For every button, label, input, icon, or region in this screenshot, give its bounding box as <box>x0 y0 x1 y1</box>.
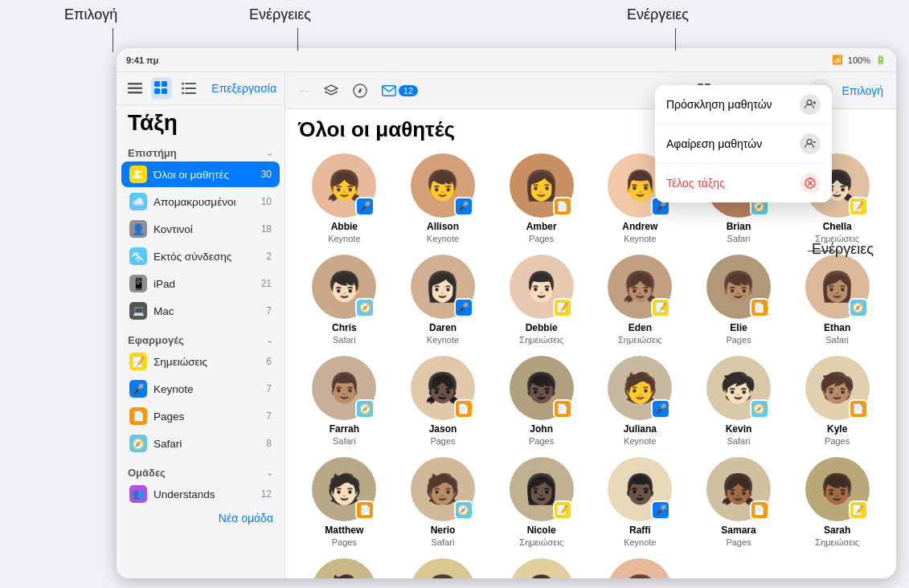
student-name: Debbie <box>526 322 558 333</box>
student-item-kyle[interactable]: 🧒🏽 📄 Kyle Pages <box>791 356 883 446</box>
avatar-wrap: 👨🏻 📝 <box>510 255 574 319</box>
student-name: Farrah <box>330 423 359 435</box>
student-app: Pages <box>529 234 554 243</box>
student-app: Pages <box>332 537 357 547</box>
avatar-wrap: 👦 🎤 <box>411 153 475 218</box>
app-badge: 📄 <box>849 399 868 419</box>
student-app: Keynote <box>624 537 656 547</box>
sidebar-toggle-button[interactable] <box>125 77 145 100</box>
svg-rect-17 <box>383 85 396 96</box>
nearby-icon: 👤 <box>129 220 147 238</box>
student-item-samara[interactable]: 👧🏾 📄 Samara Pages <box>693 457 785 547</box>
avatar-wrap: 🧒🏻 🧭 <box>706 356 771 420</box>
pages-label: Pages <box>154 410 184 423</box>
sidebar-item-offline[interactable]: Εκτός σύνδεσης 2 <box>121 243 280 269</box>
avatar-wrap: 🧑🏾 🧭 <box>312 558 376 578</box>
remote-badge: 10 <box>261 196 272 207</box>
status-icons: 📶 100% 🔋 <box>832 55 886 65</box>
svg-rect-8 <box>185 88 196 89</box>
understands-icon: 👥 <box>129 485 147 503</box>
avatar-wrap: 👧🏿 📄 <box>411 356 475 420</box>
list-view-button[interactable] <box>178 77 199 100</box>
avatar-wrap: 👧🏽 📝 <box>608 255 672 319</box>
student-app: Pages <box>529 436 554 446</box>
sidebar-item-notes[interactable]: 📝 Σημειώσεις 6 <box>121 349 280 374</box>
student-app: Keynote <box>624 234 656 243</box>
student-name: Nerio <box>431 525 456 536</box>
student-name: Brian <box>727 221 751 232</box>
student-item-ethan[interactable]: 👩🏽 🧭 Ethan Safari <box>791 255 883 345</box>
new-group-button[interactable]: Νέα ομάδα <box>117 508 285 529</box>
person-add-icon <box>800 94 821 115</box>
xmark-circle-icon <box>800 173 821 194</box>
student-app: Safari <box>727 436 751 446</box>
student-item-chris[interactable]: 👦🏻 🧭 Chris Safari <box>298 255 391 345</box>
sidebar-item-keynote[interactable]: 🎤 Keynote 7 <box>121 376 280 402</box>
student-item-raffi[interactable]: 👨🏿 🎤 Raffi Keynote <box>594 457 686 547</box>
avatar-wrap: 👩 📄 <box>510 153 574 218</box>
dropdown-end-class[interactable]: Τέλος τάξης <box>655 164 832 202</box>
students-grid-view-button[interactable] <box>151 77 171 100</box>
sidebar-item-safari[interactable]: 🧭 Safari 8 <box>121 431 280 456</box>
avatar-wrap: 👦🏾 📝 <box>805 457 870 521</box>
wifi-icon: 📶 <box>832 55 843 65</box>
student-app: Keynote <box>427 234 459 243</box>
student-item-juliana[interactable]: 🧑 🎤 Juliana Keynote <box>594 356 686 446</box>
chevron-down-icon-groups: ⌄ <box>266 468 273 478</box>
app-badge: 📄 <box>553 399 572 419</box>
all-students-label: Όλοι οι μαθητές <box>154 169 229 181</box>
student-app: Σημειώσεις <box>618 335 662 345</box>
chevron-down-icon: ⌄ <box>266 148 273 158</box>
student-item-sue[interactable]: 🧑🏾 🧭 Sue Safari <box>298 558 391 578</box>
student-item-debbie[interactable]: 👨🏻 📝 Debbie Σημειώσεις <box>495 255 588 345</box>
student-item-eden[interactable]: 👧🏽 📝 Eden Σημειώσεις <box>594 255 686 345</box>
app-body: Επεξεργασία Τάξη Επιστήμη ⌄ Όλοι <box>117 72 896 578</box>
student-item-matthew[interactable]: 🧑🏻 📄 Matthew Pages <box>298 457 391 547</box>
student-item-john[interactable]: 👦🏿 📄 John Pages <box>495 356 588 446</box>
student-grid: 👧 🎤 Abbie Keynote 👦 🎤 Allison Keynote 👩 … <box>298 153 883 578</box>
student-item-elie[interactable]: 👦🏽 📄 Elie Pages <box>693 255 785 345</box>
student-item-abbie[interactable]: 👧 🎤 Abbie Keynote <box>298 153 391 243</box>
sidebar-item-remote[interactable]: ☁️ Απομακρυσμένοι 10 <box>121 189 280 214</box>
compass-button[interactable] <box>347 78 373 104</box>
sidebar-item-mac[interactable]: 💻 Mac 7 <box>121 298 280 324</box>
student-item-vera[interactable]: 👨🏾 📝 Vera Εκτός σύνδεσης <box>495 558 588 578</box>
dropdown-remove-students[interactable]: Αφαίρεση μαθητών <box>655 125 832 164</box>
student-item-amber[interactable]: 👩 📄 Amber Pages <box>495 153 588 243</box>
mac-label: Mac <box>154 305 174 317</box>
mail-button[interactable]: 12 <box>376 83 424 99</box>
sidebar-item-all-students[interactable]: Όλοι οι μαθητές 30 <box>121 161 280 187</box>
avatar-wrap: 👧 🎤 <box>312 153 376 218</box>
layers-button[interactable] <box>318 78 344 104</box>
sidebar-item-understands[interactable]: 👥 Understands 12 <box>121 481 280 507</box>
student-item-nicole[interactable]: 👩🏿 📝 Nicole Σημειώσεις <box>495 457 588 547</box>
remove-students-label: Αφαίρεση μαθητών <box>666 137 762 150</box>
student-item-victoria[interactable]: 👧 📝 Victoria Εκτός σύνδεσης <box>594 558 686 578</box>
annotation-energeies2: Ενέργειες <box>627 6 689 23</box>
sidebar-edit-button[interactable]: Επεξεργασία <box>211 82 276 95</box>
dropdown-invite-students[interactable]: Πρόσκληση μαθητών <box>655 85 832 125</box>
svg-point-14 <box>139 170 142 174</box>
student-item-jason[interactable]: 👧🏿 📄 Jason Pages <box>397 356 489 446</box>
student-item-tammy[interactable]: 👩🏾 🧭 Tammy Safari <box>397 558 489 578</box>
select-button[interactable]: Επιλογή <box>837 81 888 100</box>
svg-rect-6 <box>162 88 167 94</box>
remote-icon: ☁️ <box>129 193 147 210</box>
sidebar-item-pages[interactable]: 📄 Pages 7 <box>121 403 280 429</box>
student-item-nerio[interactable]: 🧑🏽 🧭 Nerio Safari <box>397 457 489 547</box>
student-item-allison[interactable]: 👦 🎤 Allison Keynote <box>397 153 489 243</box>
student-item-sarah[interactable]: 👦🏾 📝 Sarah Σημειώσεις <box>791 457 883 547</box>
student-item-farrah[interactable]: 👨🏽 🧭 Farrah Safari <box>298 356 391 446</box>
app-badge: 🎤 <box>651 399 670 419</box>
student-item-kevin[interactable]: 🧒🏻 🧭 Kevin Safari <box>693 356 785 446</box>
app-badge: 🎤 <box>454 298 473 317</box>
svg-rect-5 <box>154 88 160 94</box>
student-name: Abbie <box>331 221 358 232</box>
sidebar-item-nearby[interactable]: 👤 Κοντινοί 18 <box>121 216 280 242</box>
notes-badge: 6 <box>266 356 272 367</box>
student-name: Sarah <box>824 525 850 536</box>
time-display: 9:41 πμ <box>126 55 158 65</box>
svg-rect-9 <box>185 92 196 94</box>
student-item-daren[interactable]: 👩🏻 🎤 Daren Keynote <box>397 255 489 345</box>
sidebar-item-ipad[interactable]: 📱 iPad 21 <box>121 271 280 296</box>
